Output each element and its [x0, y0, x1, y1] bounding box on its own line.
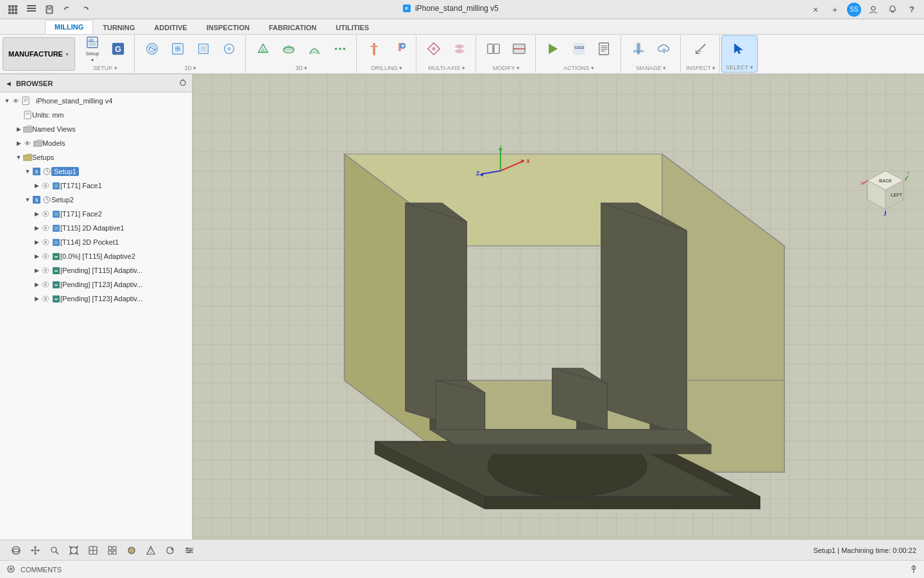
simulate-button[interactable] — [541, 37, 565, 61]
models-eye-icon[interactable]: 👁 — [23, 139, 32, 148]
2d-items — [140, 37, 241, 61]
tree-setup2[interactable]: ▼ S Setup2 — [0, 193, 192, 207]
tree-setup1[interactable]: ▼ S Setup1 — [0, 164, 192, 179]
nc-program-button[interactable] — [592, 37, 617, 61]
modify-trim-button[interactable] — [507, 37, 531, 61]
tree-t115-pending1[interactable]: ▶ [Pending] [T115] Adaptiv... — [0, 263, 192, 277]
viewport[interactable]: X Z Y BACK LEFT — [193, 74, 924, 539]
tree-units[interactable]: Units: mm — [0, 108, 192, 122]
pending1-expand[interactable]: ▶ — [32, 266, 41, 275]
multiaxis-button[interactable] — [422, 37, 446, 61]
t123-pending1-expand[interactable]: ▶ — [32, 280, 41, 289]
appearance-button[interactable] — [123, 542, 140, 559]
tree-t123-pending2[interactable]: ▶ [Pending] [T123] Adaptiv... — [0, 292, 192, 306]
root-expand[interactable]: ▼ — [3, 96, 12, 105]
view-options-button[interactable] — [85, 542, 101, 559]
zoom-fit-button[interactable] — [65, 542, 82, 559]
svg-point-186 — [190, 549, 192, 551]
pocket1-expand[interactable]: ▶ — [32, 238, 41, 247]
3d-pocket-button[interactable] — [277, 37, 301, 61]
tool-library-button[interactable] — [626, 37, 651, 61]
adaptive2-eye-icon[interactable] — [41, 252, 50, 261]
viewcube[interactable]: BACK LEFT X Y Z — [860, 164, 911, 216]
pocket1-eye-icon[interactable] — [41, 238, 50, 247]
3d-more-button[interactable] — [328, 37, 352, 61]
tree-named-views[interactable]: ▶ Named Views — [0, 122, 192, 136]
pan-button[interactable] — [27, 542, 44, 559]
t123-pending2-expand[interactable]: ▶ — [32, 294, 41, 303]
tree-models[interactable]: ▶ 👁 Models — [0, 136, 192, 150]
redo-button[interactable] — [78, 3, 92, 17]
account-icon[interactable] — [866, 3, 880, 17]
save-button[interactable] — [42, 3, 56, 17]
2d-pocket-button[interactable] — [166, 37, 190, 61]
face1-eye-icon[interactable] — [41, 181, 50, 190]
tab-fabrication[interactable]: FABRICATION — [259, 20, 326, 34]
t123-pending2-eye-icon[interactable] — [41, 294, 50, 303]
t123-pending1-eye-icon[interactable] — [41, 280, 50, 289]
browser-back-icon[interactable]: ◄ — [5, 80, 12, 87]
3d-contour-button[interactable] — [302, 37, 327, 61]
tree-root[interactable]: ▼ 👁 iPhone_stand_milling v4 — [0, 94, 192, 108]
cloud-library-button[interactable] — [652, 37, 676, 61]
tree-t123-pending1[interactable]: ▶ [Pending] [T123] Adaptiv... — [0, 277, 192, 292]
root-eye-icon[interactable]: 👁 — [12, 96, 21, 105]
tree-t114-pocket1[interactable]: ▶ [T114] 2D Pocket1 — [0, 235, 192, 249]
adaptive2-expand[interactable]: ▶ — [32, 252, 41, 261]
tab-inspection[interactable]: INSPECTION — [197, 20, 259, 34]
profile-button[interactable]: SS — [847, 3, 861, 17]
app-grid-icon[interactable] — [5, 2, 21, 17]
2d-bore-button[interactable] — [217, 37, 241, 61]
setups-expand[interactable]: ▼ — [14, 153, 23, 162]
named-views-expand[interactable]: ▶ — [14, 125, 23, 134]
refresh-button[interactable] — [162, 542, 178, 559]
3d-adaptive-button[interactable] — [251, 37, 275, 61]
manufacture-button[interactable]: MANUFACTURE ▼ — [3, 37, 75, 71]
tree-t115-adaptive2[interactable]: ▶ [0.0%] [T115] Adaptive2 — [0, 249, 192, 263]
face2-expand[interactable]: ▶ — [32, 209, 41, 218]
measure-button[interactable]: ↔ — [689, 37, 713, 61]
new-tab-button[interactable]: + — [828, 3, 842, 17]
display-settings-button[interactable] — [181, 542, 198, 559]
app-menu-icon[interactable] — [24, 4, 38, 15]
orbit-button[interactable] — [8, 542, 24, 559]
g-tool-button[interactable]: G — [106, 37, 130, 61]
tab-turning[interactable]: TURNING — [93, 20, 144, 34]
drilling-button[interactable] — [362, 37, 386, 61]
models-expand[interactable]: ▶ — [14, 139, 23, 148]
adaptive1-eye-icon[interactable] — [41, 223, 50, 232]
setup-tool-button[interactable]: Setup ▼ — [80, 37, 105, 61]
setup2-label: Setup2 — [51, 196, 74, 204]
face2-eye-icon[interactable] — [41, 209, 50, 218]
help-icon[interactable]: ? — [905, 3, 919, 17]
multiaxis-more-button[interactable] — [447, 37, 472, 61]
tree-setups[interactable]: ▼ Setups — [0, 150, 192, 164]
pending1-eye-icon[interactable] — [41, 266, 50, 275]
tab-utilities[interactable]: UTILITIES — [326, 20, 379, 34]
setup2-expand[interactable]: ▼ — [23, 195, 32, 204]
tab-milling[interactable]: MILLING — [45, 20, 93, 34]
face1-label: [T171] Face1 — [60, 182, 102, 189]
modify-split-button[interactable] — [481, 37, 506, 61]
drilling-more-button[interactable] — [388, 37, 412, 61]
setup1-expand[interactable]: ▼ — [23, 167, 32, 176]
tab-additive[interactable]: ADDITIVE — [144, 20, 196, 34]
render-mode-button[interactable] — [142, 542, 159, 559]
post-process-button[interactable]: G1 G2 — [567, 37, 591, 61]
face1-expand[interactable]: ▶ — [32, 181, 41, 190]
select-button[interactable] — [727, 37, 751, 62]
undo-button[interactable] — [60, 3, 74, 17]
2d-adaptive-button[interactable] — [140, 37, 164, 61]
zoom-window-button[interactable] — [46, 542, 63, 559]
adaptive1-expand[interactable]: ▶ — [32, 223, 41, 232]
tree-t171-face1[interactable]: ▶ [T171] Face1 — [0, 179, 192, 193]
comments-expand-icon[interactable] — [6, 565, 15, 575]
browser-pin-icon[interactable] — [179, 79, 187, 88]
notifications-icon[interactable] — [886, 3, 900, 17]
2d-contour-button[interactable] — [191, 37, 216, 61]
grid-options-button[interactable] — [104, 542, 121, 559]
tree-t115-adaptive1[interactable]: ▶ [T115] 2D Adaptive1 — [0, 221, 192, 235]
tree-t171-face2[interactable]: ▶ [T171] Face2 — [0, 207, 192, 221]
comments-pin-icon[interactable] — [910, 565, 918, 574]
close-button[interactable]: × — [809, 3, 823, 17]
